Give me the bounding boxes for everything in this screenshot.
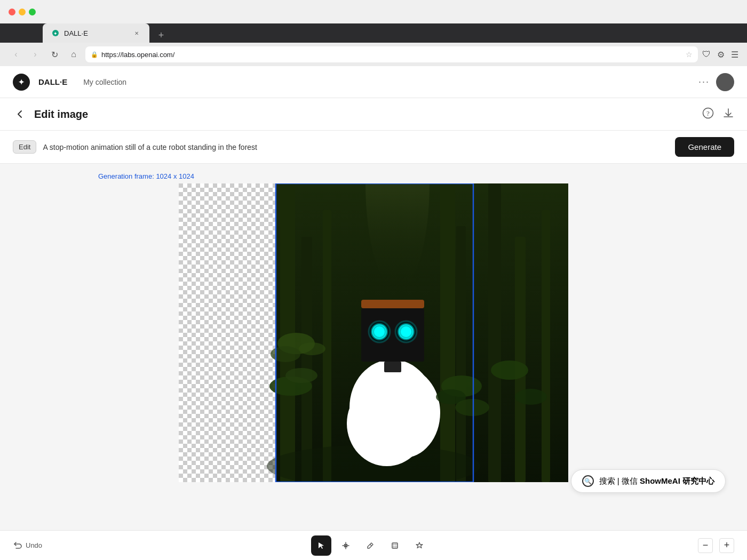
svg-point-46 bbox=[515, 389, 547, 405]
zoom-in-button[interactable]: + bbox=[719, 538, 734, 553]
svg-point-22 bbox=[299, 342, 325, 355]
frame-tool-button[interactable] bbox=[385, 535, 405, 556]
traffic-lights bbox=[9, 9, 36, 15]
pan-icon bbox=[341, 541, 350, 550]
generation-frame-label: Generation frame: 1024 x 1024 bbox=[98, 172, 194, 180]
canvas-area[interactable]: Generation frame: 1024 x 1024 bbox=[0, 164, 747, 530]
svg-rect-17 bbox=[488, 183, 501, 482]
browser-toolbar-icons: 🛡 ⚙ ☰ bbox=[702, 50, 738, 60]
edit-header: Edit image ? bbox=[0, 98, 747, 131]
app-name: DALL·E bbox=[38, 77, 67, 86]
generate-icon bbox=[415, 541, 424, 550]
zoom-out-button[interactable]: − bbox=[698, 538, 713, 553]
canvas-background bbox=[179, 183, 568, 482]
prompt-input[interactable] bbox=[43, 143, 669, 151]
edit-page: Edit image ? Edit Generate bbox=[0, 98, 747, 560]
app-header: ✦ DALL·E My collection ··· bbox=[0, 66, 747, 98]
svg-rect-15 bbox=[440, 183, 455, 482]
eraser-icon bbox=[366, 541, 375, 550]
undo-icon bbox=[13, 541, 22, 550]
undo-label: Undo bbox=[26, 541, 42, 549]
select-icon bbox=[317, 541, 325, 550]
svg-rect-16 bbox=[456, 226, 466, 482]
undo-button[interactable]: Undo bbox=[13, 541, 42, 550]
tab-title: DALL·E bbox=[64, 29, 88, 37]
browser-chrome: ✦ DALL·E ✕ + ‹ › ↻ ⌂ 🔒 https://labs.open… bbox=[0, 0, 747, 66]
refresh-button[interactable]: ↻ bbox=[47, 47, 62, 62]
eraser-tool-button[interactable] bbox=[360, 535, 380, 556]
home-button[interactable]: ⌂ bbox=[66, 47, 81, 62]
svg-point-26 bbox=[347, 381, 427, 466]
logo-symbol: ✦ bbox=[18, 78, 25, 86]
svg-rect-8 bbox=[179, 183, 276, 482]
svg-point-36 bbox=[401, 326, 411, 337]
svg-point-41 bbox=[285, 368, 317, 383]
generate-region-button[interactable] bbox=[409, 535, 430, 556]
svg-rect-18 bbox=[515, 237, 526, 482]
bookmark-icon[interactable]: ☆ bbox=[686, 50, 693, 59]
address-url: https://labs.openai.com/ bbox=[101, 51, 174, 59]
forest-scene-svg bbox=[179, 183, 568, 482]
toolbar-right: − + bbox=[698, 538, 734, 553]
shield-icon[interactable]: 🛡 bbox=[702, 50, 711, 59]
app-nav: My collection bbox=[76, 75, 134, 90]
svg-text:?: ? bbox=[706, 109, 710, 117]
select-tool-button[interactable] bbox=[311, 535, 331, 556]
svg-text:✦: ✦ bbox=[53, 31, 58, 36]
svg-point-31 bbox=[374, 326, 385, 337]
bottom-toolbar: Undo bbox=[0, 530, 747, 560]
generate-button[interactable]: Generate bbox=[675, 137, 734, 157]
page-content: ✦ DALL·E My collection ··· Edit image bbox=[0, 66, 747, 560]
svg-rect-39 bbox=[384, 362, 401, 372]
svg-rect-27 bbox=[361, 300, 424, 308]
maximize-button[interactable] bbox=[29, 9, 36, 15]
openai-logo: ✦ bbox=[13, 74, 30, 91]
back-to-gallery-button[interactable] bbox=[13, 107, 28, 122]
svg-rect-13 bbox=[301, 237, 312, 482]
svg-point-44 bbox=[455, 399, 489, 416]
active-tab[interactable]: ✦ DALL·E ✕ bbox=[43, 23, 149, 43]
svg-point-45 bbox=[491, 361, 528, 380]
forward-button[interactable]: › bbox=[28, 47, 43, 62]
svg-point-21 bbox=[271, 346, 300, 362]
close-button[interactable] bbox=[9, 9, 15, 15]
menu-icon[interactable]: ☰ bbox=[731, 50, 738, 60]
toolbar-center bbox=[311, 535, 430, 556]
security-icon: 🔒 bbox=[91, 51, 98, 58]
tab-favicon: ✦ bbox=[51, 29, 60, 37]
svg-rect-50 bbox=[392, 543, 398, 548]
svg-rect-12 bbox=[280, 183, 295, 482]
tab-close-button[interactable]: ✕ bbox=[132, 29, 141, 37]
prompt-bar: Edit Generate bbox=[0, 131, 747, 164]
user-avatar[interactable] bbox=[716, 73, 734, 91]
edit-header-actions: ? bbox=[702, 107, 734, 122]
crop-icon bbox=[391, 541, 399, 550]
settings-icon[interactable]: ⚙ bbox=[717, 50, 725, 60]
help-button[interactable]: ? bbox=[702, 107, 714, 122]
back-button[interactable]: ‹ bbox=[9, 47, 23, 62]
pan-tool-button[interactable] bbox=[336, 535, 356, 556]
toolbar-left: Undo bbox=[13, 541, 42, 550]
titlebar bbox=[0, 0, 747, 23]
my-collection-nav[interactable]: My collection bbox=[76, 75, 134, 90]
minimize-button[interactable] bbox=[19, 9, 26, 15]
edit-mode-badge: Edit bbox=[13, 140, 36, 154]
watermark-text: 搜索 | 微信 ShowMeAI 研究中心 bbox=[599, 476, 714, 486]
page-title: Edit image bbox=[34, 108, 88, 121]
download-button[interactable] bbox=[722, 107, 734, 122]
address-bar[interactable]: 🔒 https://labs.openai.com/ ☆ bbox=[85, 46, 698, 62]
image-canvas[interactable] bbox=[179, 183, 568, 482]
browser-toolbar: ‹ › ↻ ⌂ 🔒 https://labs.openai.com/ ☆ 🛡 ⚙… bbox=[0, 43, 747, 66]
new-tab-button[interactable]: + bbox=[154, 28, 169, 43]
watermark-badge: 🔍 搜索 | 微信 ShowMeAI 研究中心 bbox=[571, 469, 726, 493]
more-options-button[interactable]: ··· bbox=[698, 76, 710, 87]
header-right: ··· bbox=[698, 73, 734, 91]
svg-rect-19 bbox=[542, 210, 550, 482]
search-icon: 🔍 bbox=[582, 475, 594, 487]
